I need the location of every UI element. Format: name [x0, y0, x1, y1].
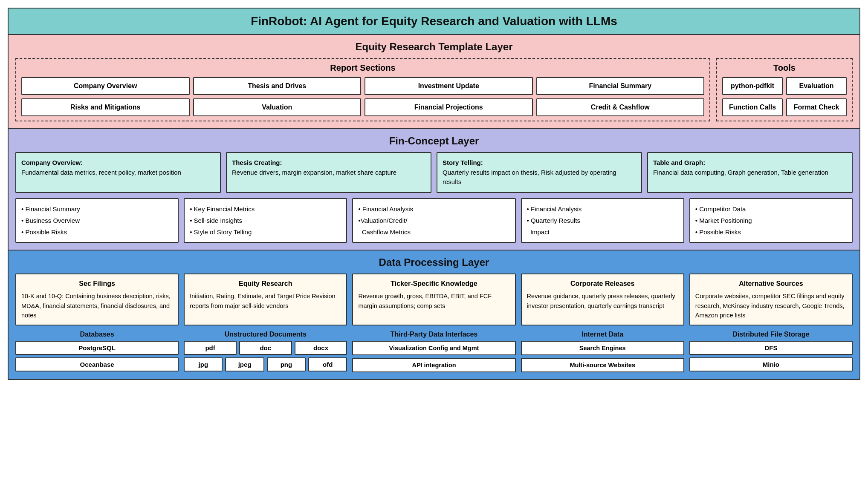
data-bottom-card-databases: Databases PostgreSQL Oceanbase [15, 331, 179, 372]
main-title: FinRobot: AI Agent for Equity Research a… [251, 14, 617, 28]
concept-card-table-graph-body: Financial data computing, Graph generati… [653, 169, 828, 176]
concept-list-card-1: • Financial Summary • Business Overview … [15, 198, 179, 243]
unstructured-title: Unstructured Documents [184, 331, 347, 338]
tool-btn-evaluation[interactable]: Evaluation [786, 77, 847, 95]
concept-list-card-4: • Financial Analysis • Quarterly Results… [521, 198, 684, 243]
distributed-inner: DFS Minio [689, 341, 853, 371]
report-sections-box: Report Sections Company Overview Thesis … [15, 58, 710, 121]
data-card-ticker-knowledge-title: Ticker-Specific Knowledge [358, 279, 509, 289]
concept-card-company-overview-body: Fundamental data metrics, recent policy,… [21, 169, 181, 176]
data-card-sec-filings-body: 10-K and 10-Q: Containing business descr… [21, 293, 171, 319]
data-card-equity-research-body: Initiation, Rating, Estimate, and Target… [190, 293, 335, 309]
tools-box: Tools python-pdfkit Evaluation Function … [716, 58, 853, 121]
databases-title: Databases [15, 331, 179, 338]
data-layer: Data Processing Layer Sec Filings 10-K a… [9, 250, 859, 379]
tag-png: png [267, 357, 306, 371]
tag-jpeg: jpeg [225, 357, 264, 371]
tag-postgresql: PostgreSQL [15, 341, 179, 355]
third-party-inner: Visualization Config and Mgmt API integr… [352, 341, 515, 372]
section-btn-credit-cashflow[interactable]: Credit & Cashflow [536, 98, 705, 116]
main-container: FinRobot: AI Agent for Equity Research a… [8, 8, 860, 380]
section-btn-investment-update[interactable]: Investment Update [365, 77, 533, 95]
tag-docx: docx [295, 341, 347, 355]
section-btn-financial-projections[interactable]: Financial Projections [365, 98, 533, 116]
section-btn-valuation[interactable]: Valuation [193, 98, 362, 116]
report-sections-title: Report Sections [21, 63, 704, 73]
concept-list-card-3: • Financial Analysis •Valuation/Credit/ … [352, 198, 515, 243]
concept-bottom-row: • Financial Summary • Business Overview … [15, 198, 853, 243]
tag-api-integration: API integration [352, 358, 515, 372]
tag-ofd: ofd [308, 357, 347, 371]
concept-list-card-5: • Competitor Data • Market Positioning •… [689, 198, 853, 243]
data-card-corporate-releases-body: Revenue guidance, quarterly press releas… [527, 293, 675, 309]
data-top-row: Sec Filings 10-K and 10-Q: Containing bu… [15, 274, 853, 325]
concept-layer: Fin-Concept Layer Company Overview: Fund… [9, 129, 859, 250]
data-card-equity-research-title: Equity Research [190, 279, 341, 289]
concept-card-story-telling: Story Telling: Quarterly results impact … [437, 152, 642, 193]
concept-card-thesis-creating-title: Thesis Creating: [232, 159, 282, 166]
section-btn-company-overview[interactable]: Company Overview [21, 77, 190, 95]
distributed-title: Distributed File Storage [689, 331, 853, 338]
tag-doc: doc [239, 341, 292, 355]
tools-grid: python-pdfkit Evaluation Function Calls … [722, 77, 847, 116]
data-bottom-card-unstructured: Unstructured Documents pdf doc docx jpg … [184, 331, 347, 372]
data-card-ticker-knowledge-body: Revenue growth, gross, EBITDA, EBIT, and… [358, 293, 492, 309]
top-header: FinRobot: AI Agent for Equity Research a… [9, 9, 859, 35]
third-party-title: Third-Party Data Interfaces [352, 331, 515, 338]
report-sections-grid: Company Overview Thesis and Drives Inves… [21, 77, 704, 116]
tag-minio: Minio [689, 357, 853, 371]
tag-pdf: pdf [184, 341, 237, 355]
data-bottom-row: Databases PostgreSQL Oceanbase Unstructu… [15, 331, 853, 372]
data-bottom-card-distributed: Distributed File Storage DFS Minio [689, 331, 853, 372]
data-card-corporate-releases: Corporate Releases Revenue guidance, qua… [521, 274, 684, 325]
data-bottom-card-third-party: Third-Party Data Interfaces Visualizatio… [352, 331, 515, 372]
concept-card-thesis-creating-body: Revenue drivers, margin expansion, marke… [232, 169, 396, 176]
tools-title: Tools [722, 63, 847, 73]
data-card-corporate-releases-title: Corporate Releases [527, 279, 678, 289]
tool-btn-python-pdfkit[interactable]: python-pdfkit [722, 77, 783, 95]
data-card-alternative-sources: Alternative Sources Corporate websites, … [689, 274, 853, 325]
data-card-sec-filings-title: Sec Filings [21, 279, 173, 289]
equity-layer-inner: Report Sections Company Overview Thesis … [15, 58, 853, 121]
concept-card-table-graph: Table and Graph: Financial data computin… [647, 152, 853, 193]
concept-card-table-graph-title: Table and Graph: [653, 159, 705, 166]
data-card-ticker-knowledge: Ticker-Specific Knowledge Revenue growth… [352, 274, 515, 325]
concept-layer-title: Fin-Concept Layer [15, 135, 853, 147]
unstructured-inner: pdf doc docx jpg jpeg png ofd [184, 341, 347, 371]
concept-list-card-2: • Key Financial Metrics • Sell-side Insi… [184, 198, 347, 243]
concept-card-story-telling-title: Story Telling: [443, 159, 483, 166]
section-btn-thesis-drives[interactable]: Thesis and Drives [193, 77, 362, 95]
concept-card-thesis-creating: Thesis Creating: Revenue drivers, margin… [226, 152, 431, 193]
data-bottom-card-internet: Internet Data Search Engines Multi-sourc… [521, 331, 684, 372]
data-card-sec-filings: Sec Filings 10-K and 10-Q: Containing bu… [15, 274, 179, 325]
tag-dfs: DFS [689, 341, 853, 355]
section-btn-financial-summary[interactable]: Financial Summary [536, 77, 705, 95]
concept-card-company-overview-title: Company Overview: [21, 159, 83, 166]
tag-jpg: jpg [184, 357, 223, 371]
internet-data-inner: Search Engines Multi-source Websites [521, 341, 684, 372]
tag-search-engines: Search Engines [521, 341, 684, 355]
internet-data-title: Internet Data [521, 331, 684, 338]
concept-card-company-overview: Company Overview: Fundamental data metri… [15, 152, 221, 193]
unstructured-row-1: pdf doc docx [184, 341, 347, 355]
databases-inner: PostgreSQL Oceanbase [15, 341, 179, 371]
data-card-alternative-sources-body: Corporate websites, competitor SEC filli… [695, 293, 845, 319]
tag-oceanbase: Oceanbase [15, 357, 179, 371]
tool-btn-function-calls[interactable]: Function Calls [722, 98, 783, 116]
tool-btn-format-check[interactable]: Format Check [786, 98, 847, 116]
concept-top-row: Company Overview: Fundamental data metri… [15, 152, 853, 193]
section-btn-risks-mitigations[interactable]: Risks and Mitigations [21, 98, 190, 116]
equity-layer-title: Equity Research Template Layer [15, 41, 853, 53]
data-card-equity-research: Equity Research Initiation, Rating, Esti… [184, 274, 347, 325]
concept-card-story-telling-body: Quarterly results impact on thesis, Risk… [443, 169, 616, 186]
tag-multi-source-websites: Multi-source Websites [521, 358, 684, 372]
data-layer-title: Data Processing Layer [15, 256, 853, 268]
unstructured-row-2: jpg jpeg png ofd [184, 357, 347, 371]
tag-visualization-config: Visualization Config and Mgmt [352, 341, 515, 355]
data-card-alternative-sources-title: Alternative Sources [695, 279, 847, 289]
equity-layer: Equity Research Template Layer Report Se… [9, 35, 859, 129]
